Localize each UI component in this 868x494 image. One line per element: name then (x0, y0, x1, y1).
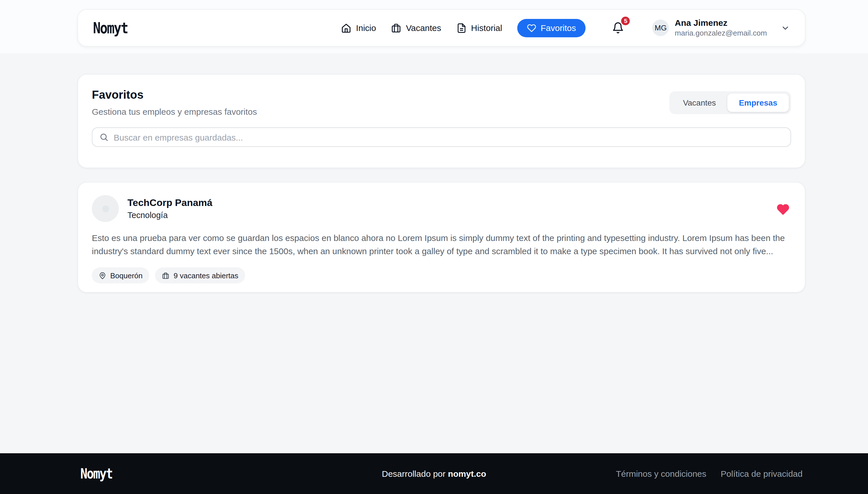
briefcase-icon (391, 23, 401, 33)
footer-credit-prefix: Desarrollado por (382, 469, 448, 478)
favorites-panel: Favoritos Gestiona tus empleos y empresa… (77, 74, 806, 168)
footer-credit-brand: nomyt.co (448, 469, 486, 478)
tab-vacantes[interactable]: Vacantes (671, 93, 727, 112)
user-name: Ana Jimenez (675, 18, 767, 29)
user-info: Ana Jimenez maria.gonzalez@email.com (675, 18, 767, 38)
map-pin-icon (99, 272, 106, 279)
nav-label: Historial (471, 23, 502, 33)
header-bar: Nomyt Inicio Vacantes Historial Favorito… (77, 9, 806, 46)
search-input[interactable] (114, 132, 783, 142)
home-icon (341, 23, 351, 33)
vacancies-label: 9 vacantes abiertas (174, 271, 238, 280)
favorites-heading: Favoritos Gestiona tus empleos y empresa… (92, 88, 257, 116)
search-icon (99, 133, 109, 142)
favorites-panel-top: Favoritos Gestiona tus empleos y empresa… (92, 88, 791, 116)
company-name: TechCorp Panamá (127, 197, 213, 209)
notifications-button[interactable]: 5 (612, 21, 625, 34)
briefcase-icon (162, 272, 170, 279)
notification-count-badge: 5 (622, 16, 630, 25)
nav-item-historial[interactable]: Historial (456, 23, 502, 33)
nav-item-inicio[interactable]: Inicio (341, 23, 376, 33)
app-root: Nomyt Inicio Vacantes Historial Favorito… (0, 0, 868, 494)
nav-item-vacantes[interactable]: Vacantes (391, 23, 441, 33)
tabs-segmented-control: Vacantes Empresas (669, 91, 791, 114)
heart-filled-icon (777, 203, 789, 216)
search-box (92, 127, 791, 147)
unfavorite-heart-button[interactable] (777, 203, 789, 216)
company-badges: Boquerón 9 vacantes abiertas (92, 267, 791, 283)
company-logo (92, 195, 119, 222)
heart-icon (527, 23, 536, 33)
location-label: Boquerón (110, 271, 143, 280)
page-title: Favoritos (92, 88, 257, 101)
nav-label: Vacantes (406, 23, 441, 33)
company-description: Esto es una prueba para ver como se guar… (92, 231, 791, 258)
company-category: Tecnología (127, 211, 213, 220)
location-badge: Boquerón (92, 267, 150, 283)
brand-logo: Nomyt (93, 19, 128, 37)
vacancies-badge: 9 vacantes abiertas (155, 267, 245, 283)
nav-label: Inicio (356, 23, 376, 33)
main-nav: Inicio Vacantes Historial Favoritos 5 MG (341, 18, 790, 38)
footer: Nomyt Desarrollado por nomyt.co Términos… (0, 453, 868, 494)
footer-links: Términos y condiciones Política de priva… (616, 469, 802, 478)
user-email: maria.gonzalez@email.com (675, 29, 767, 38)
footer-brand-logo: Nomyt (80, 465, 112, 482)
file-text-icon (456, 23, 466, 33)
company-card[interactable]: TechCorp Panamá Tecnología Esto es una p… (77, 182, 806, 292)
user-menu[interactable]: MG Ana Jimenez maria.gonzalez@email.com (652, 18, 790, 38)
footer-link-privacy[interactable]: Política de privacidad (721, 469, 802, 478)
chevron-down-icon (781, 23, 790, 33)
company-header: TechCorp Panamá Tecnología (92, 195, 791, 222)
page-subtitle: Gestiona tus empleos y empresas favorito… (92, 107, 257, 116)
footer-link-terms[interactable]: Términos y condiciones (616, 469, 706, 478)
avatar: MG (652, 19, 669, 36)
tab-empresas[interactable]: Empresas (727, 93, 789, 112)
company-titles: TechCorp Panamá Tecnología (127, 197, 213, 220)
nav-label: Favoritos (540, 23, 576, 33)
nav-item-favoritos-button[interactable]: Favoritos (517, 19, 586, 37)
